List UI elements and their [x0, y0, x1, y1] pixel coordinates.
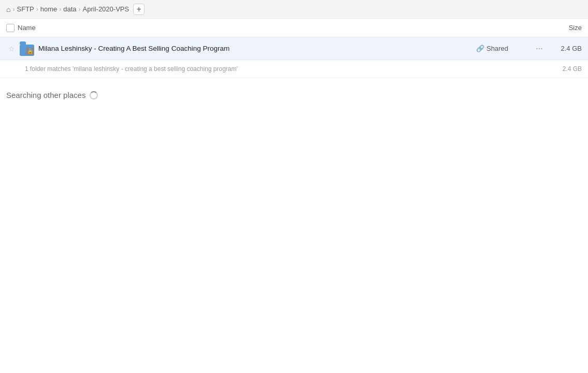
- more-options-button[interactable]: ···: [532, 41, 547, 56]
- breadcrumb: ⌂ › SFTP › home › data › April-2020-VPS …: [0, 0, 588, 19]
- separator-3: ›: [79, 6, 81, 13]
- shared-status: 🔗 Shared: [476, 45, 528, 52]
- lock-icon: 🔒: [26, 48, 34, 55]
- star-icon[interactable]: ☆: [6, 44, 17, 54]
- loading-spinner: [90, 91, 98, 99]
- match-info-row: 1 folder matches 'milana leshinsky - cre…: [0, 60, 588, 78]
- add-tab-button[interactable]: +: [133, 4, 145, 15]
- match-info-size: 2.4 GB: [563, 65, 582, 73]
- file-name: Milana Leshinsky - Creating A Best Selli…: [38, 45, 476, 52]
- file-size: 2.4 GB: [551, 45, 582, 52]
- searching-label: Searching other places: [6, 91, 85, 99]
- name-column-header: Name: [18, 24, 540, 32]
- file-list-item[interactable]: ☆ 🔒 Milana Leshinsky - Creating A Best S…: [0, 37, 588, 60]
- searching-section: Searching other places: [0, 78, 588, 99]
- column-header-row: Name Size: [0, 19, 588, 37]
- folder-icon: 🔒: [20, 41, 34, 56]
- home-icon[interactable]: ⌂: [6, 5, 10, 13]
- breadcrumb-april[interactable]: April-2020-VPS: [83, 5, 130, 13]
- separator-0: ›: [12, 6, 15, 13]
- breadcrumb-home[interactable]: home: [40, 5, 58, 13]
- separator-1: ›: [36, 6, 38, 13]
- breadcrumb-sftp[interactable]: SFTP: [17, 5, 34, 13]
- link-icon: 🔗: [476, 45, 484, 52]
- separator-2: ›: [59, 6, 61, 13]
- select-all-checkbox[interactable]: [6, 24, 15, 32]
- match-info-text: 1 folder matches 'milana leshinsky - cre…: [25, 65, 238, 73]
- shared-label: Shared: [486, 45, 508, 52]
- breadcrumb-data[interactable]: data: [63, 5, 76, 13]
- size-column-header: Size: [540, 24, 582, 32]
